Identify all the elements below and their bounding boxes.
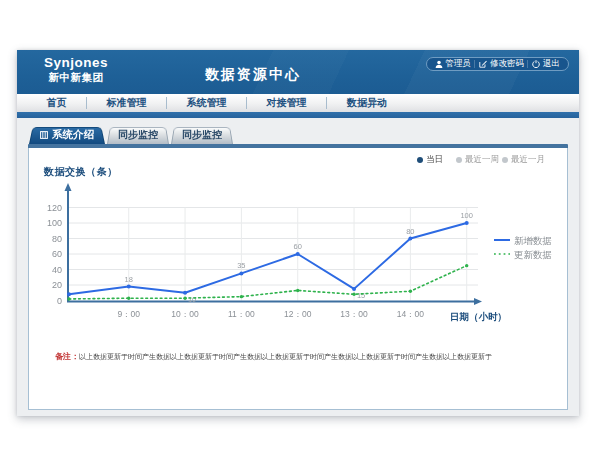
nav-item-1[interactable]: 首页 <box>17 97 87 109</box>
svg-text:100: 100 <box>460 211 473 220</box>
line-chart: 0204060801001209：0010：0011：0012：0013：001… <box>29 148 567 348</box>
user-toolbar: 管理员 修改密码 退出 <box>426 57 570 71</box>
svg-text:18: 18 <box>125 275 133 284</box>
svg-text:14：00: 14：00 <box>397 309 425 319</box>
tab-label-row: 同步监控 <box>171 125 233 144</box>
svg-text:11：00: 11：00 <box>228 309 255 319</box>
tab-label: 同步监控 <box>182 128 222 142</box>
nav-item-4[interactable]: 对接管理 <box>247 97 327 109</box>
svg-text:更新数据: 更新数据 <box>514 249 552 260</box>
svg-text:日期（小时）: 日期（小时） <box>450 311 507 323</box>
remark-separator: ： <box>71 352 79 361</box>
user-icon <box>435 60 443 68</box>
svg-text:10: 10 <box>188 295 196 304</box>
svg-text:10：00: 10：00 <box>171 309 199 319</box>
svg-text:0: 0 <box>57 296 62 306</box>
page-title: 数据资源中心 <box>205 66 301 84</box>
logo: Synjones 新中新集团 <box>44 57 108 83</box>
user-name: 管理员 <box>446 58 472 70</box>
svg-text:9：00: 9：00 <box>117 309 140 319</box>
tab-label-row: 同步监控 <box>107 125 169 144</box>
logo-subtext: 新中新集团 <box>44 71 108 83</box>
remark-label: 备注 <box>55 352 71 361</box>
chart-svg: 0204060801001209：0010：0011：0012：0013：001… <box>29 148 567 348</box>
svg-text:80: 80 <box>406 227 414 236</box>
content-panel: 当日 最近一周 最近一月 0204060801001209：0010：0011：… <box>28 148 568 410</box>
app-header: Synjones 新中新集团 数据资源中心 管理员 修改密码 <box>17 50 579 94</box>
tab-1[interactable]: 系统介绍 <box>29 125 105 144</box>
svg-text:120: 120 <box>47 203 62 213</box>
logout-button[interactable]: 退出 <box>528 58 564 70</box>
tab-label: 系统介绍 <box>52 128 94 142</box>
remark-text: 以上数据更新于时间产生数据以上数据更新于时间产生数据以上数据更新于时间产生数据以… <box>79 353 492 360</box>
remark-note: 备注：以上数据更新于时间产生数据以上数据更新于时间产生数据以上数据更新于时间产生… <box>55 352 555 361</box>
svg-text:60: 60 <box>294 242 302 251</box>
nav-item-2[interactable]: 标准管理 <box>87 97 167 109</box>
svg-text:数据交换（条）: 数据交换（条） <box>43 166 118 177</box>
logout-label: 退出 <box>543 58 560 70</box>
nav-item-3[interactable]: 系统管理 <box>167 97 247 109</box>
change-password-label: 修改密码 <box>490 58 524 70</box>
nav-item-5[interactable]: 数据异动 <box>327 97 407 109</box>
svg-text:60: 60 <box>52 249 62 259</box>
svg-text:12：00: 12：00 <box>284 309 312 319</box>
tab-label: 同步监控 <box>118 128 158 142</box>
svg-text:新增数据: 新增数据 <box>514 235 552 246</box>
logo-text: Synjones <box>44 57 108 69</box>
tab-bar: 系统介绍 同步监控 同步监控 <box>29 125 235 144</box>
tab-label-row: 系统介绍 <box>29 125 105 144</box>
edit-icon <box>479 60 487 68</box>
tab-3[interactable]: 同步监控 <box>171 125 233 144</box>
svg-text:80: 80 <box>52 234 62 244</box>
user-menu[interactable]: 管理员 <box>431 58 476 70</box>
nav-underline-bar <box>17 112 579 118</box>
svg-text:100: 100 <box>47 218 62 228</box>
app-page: Synjones 新中新集团 数据资源中心 管理员 修改密码 <box>17 50 579 416</box>
svg-text:40: 40 <box>52 265 62 275</box>
svg-text:15: 15 <box>357 291 365 300</box>
tab-2[interactable]: 同步监控 <box>107 125 169 144</box>
main-nav: 首页标准管理系统管理对接管理数据异动 <box>17 94 579 112</box>
screenshot-canvas: Synjones 新中新集团 数据资源中心 管理员 修改密码 <box>0 0 600 450</box>
document-icon <box>40 131 48 139</box>
power-icon <box>532 60 540 68</box>
svg-text:35: 35 <box>237 261 245 270</box>
change-password-button[interactable]: 修改密码 <box>475 58 528 70</box>
svg-text:13：00: 13：00 <box>340 309 368 319</box>
svg-text:20: 20 <box>52 280 62 290</box>
